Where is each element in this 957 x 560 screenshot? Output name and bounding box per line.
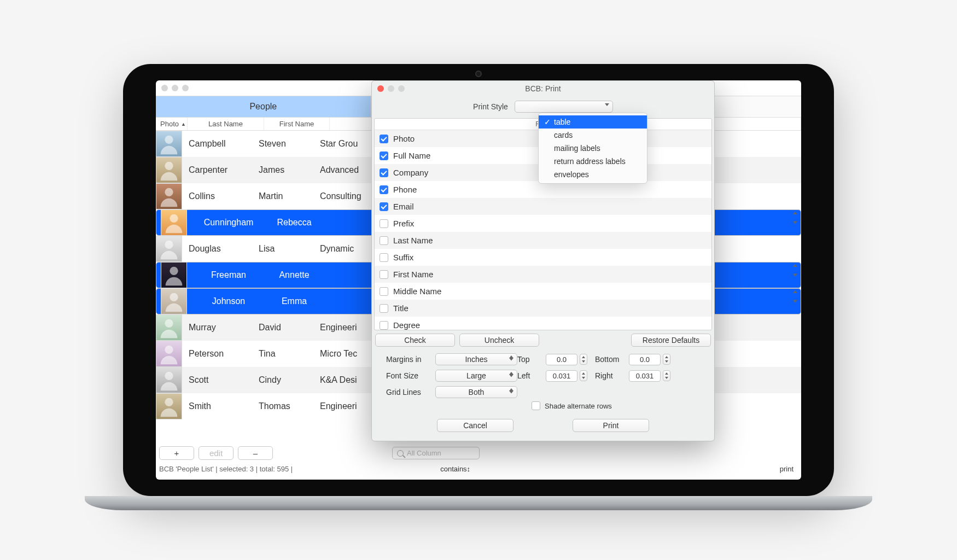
field-checkbox[interactable] [380, 168, 388, 177]
menu-item-return-address-labels[interactable]: return address labels [539, 155, 647, 168]
field-row[interactable]: Suffix [375, 249, 711, 266]
field-row[interactable]: Prefix [375, 215, 711, 232]
person-icon [156, 341, 182, 366]
print-style-bar: Print Style tablecardsmailing labelsretu… [372, 96, 714, 118]
shade-label: Shade alternate rows [545, 402, 612, 410]
menu-item-table[interactable]: table [539, 115, 647, 129]
remove-button[interactable]: – [238, 446, 273, 460]
field-name: Middle Name [393, 287, 441, 296]
field-name: Phone [393, 185, 417, 194]
field-checkbox[interactable] [380, 185, 388, 194]
shade-checkbox[interactable] [532, 401, 540, 410]
close-icon[interactable] [161, 85, 168, 91]
field-name: Company [393, 168, 428, 177]
avatar [156, 314, 182, 341]
font-size-label: Font Size [386, 371, 435, 380]
menu-item-envelopes[interactable]: envelopes [539, 168, 647, 181]
sort-asc-icon: ▲ [181, 121, 186, 127]
person-icon [161, 289, 186, 314]
field-checkbox[interactable] [380, 219, 388, 228]
field-row[interactable]: Title [375, 300, 711, 317]
field-name: Prefix [393, 219, 414, 228]
field-checkbox[interactable] [380, 135, 388, 143]
tab-people[interactable]: People [156, 96, 371, 117]
field-name: Email [393, 202, 414, 211]
camera-icon [475, 71, 482, 77]
check-button[interactable]: Check [375, 334, 455, 347]
svg-point-3 [170, 214, 178, 223]
top-margin-input[interactable]: 0.0 [546, 354, 577, 365]
field-row[interactable]: First Name [375, 266, 711, 283]
field-row[interactable]: Middle Name [375, 283, 711, 300]
uncheck-button[interactable]: Uncheck [459, 334, 539, 347]
avatar [156, 236, 182, 262]
print-style-label: Print Style [473, 102, 508, 111]
grid-lines-select[interactable]: Both [435, 386, 517, 398]
field-checkbox[interactable] [380, 253, 388, 262]
bottom-margin-stepper[interactable] [663, 354, 670, 365]
cell-first-name: Tina [259, 349, 320, 359]
dialog-zoom-icon[interactable] [398, 85, 405, 92]
left-margin-stepper[interactable] [580, 370, 587, 381]
field-row[interactable]: Last Name [375, 232, 711, 249]
svg-point-7 [165, 319, 173, 328]
field-checkbox[interactable] [380, 270, 388, 279]
field-checkbox[interactable] [380, 304, 388, 313]
cell-last-name: Campbell [182, 139, 259, 149]
menu-item-cards[interactable]: cards [539, 129, 647, 142]
grid-lines-label: Grid Lines [386, 388, 435, 396]
field-name: Degree [393, 320, 420, 330]
bottom-margin-input[interactable]: 0.0 [629, 354, 661, 365]
print-style-menu: tablecardsmailing labelsreturn address l… [538, 113, 647, 184]
print-style-select[interactable] [515, 101, 613, 113]
dialog-title: BCB: Print [405, 84, 681, 93]
field-row[interactable]: Email [375, 198, 711, 215]
print-link[interactable]: print [780, 465, 793, 473]
edit-button[interactable]: edit [199, 446, 234, 460]
dialog-close-icon[interactable] [377, 85, 384, 92]
field-checkbox[interactable] [380, 236, 388, 245]
field-row[interactable]: Degree [375, 317, 711, 330]
dialog-titlebar: BCB: Print [372, 81, 714, 96]
dialog-minimize-icon[interactable] [388, 85, 394, 92]
left-margin-input[interactable]: 0.031 [546, 370, 577, 382]
toolbar-bottom: + edit – All Column [159, 446, 798, 460]
person-icon [161, 210, 186, 235]
cell-last-name: Johnson [187, 296, 264, 306]
right-label: Right [595, 371, 629, 380]
print-settings: Margins in Inches Top 0.0 Bottom 0.0 Fon… [372, 350, 714, 398]
col-photo[interactable]: Photo▲ [156, 118, 188, 130]
menu-item-mailing-labels[interactable]: mailing labels [539, 142, 647, 155]
col-last-name[interactable]: Last Name [188, 118, 264, 130]
cell-first-name: David [259, 323, 320, 332]
field-checkbox[interactable] [380, 287, 388, 296]
add-button[interactable]: + [159, 446, 194, 460]
status-text: BCB 'People List' | selected: 3 | total:… [159, 465, 293, 473]
col-first-name[interactable]: First Name [264, 118, 330, 130]
font-size-select[interactable]: Large [435, 370, 517, 382]
margins-label: Margins in [386, 355, 435, 364]
cancel-button[interactable]: Cancel [437, 419, 513, 432]
restore-defaults-button[interactable]: Restore Defaults [631, 334, 711, 347]
search-input[interactable]: All Column [392, 447, 480, 459]
field-checkbox[interactable] [380, 202, 388, 211]
filter-mode[interactable]: contains↕ [440, 465, 470, 473]
shade-row: Shade alternate rows [372, 398, 714, 410]
zoom-icon[interactable] [182, 85, 189, 91]
print-button[interactable]: Print [573, 419, 649, 432]
top-margin-stepper[interactable] [580, 354, 587, 365]
field-checkbox[interactable] [380, 321, 388, 330]
laptop-frame: People Companies Photo▲ Last Name First … [123, 64, 834, 496]
right-margin-stepper[interactable] [663, 370, 670, 381]
minimize-icon[interactable] [172, 85, 178, 91]
svg-point-5 [170, 267, 178, 275]
right-margin-input[interactable]: 0.031 [629, 370, 661, 382]
field-checkbox[interactable] [380, 151, 388, 160]
avatar [161, 288, 187, 314]
cell-last-name: Scott [182, 375, 259, 385]
cell-first-name: Cindy [259, 375, 320, 385]
margins-unit-select[interactable]: Inches [435, 353, 517, 365]
person-icon [156, 236, 182, 261]
avatar [161, 209, 187, 236]
field-name: Title [393, 304, 409, 313]
